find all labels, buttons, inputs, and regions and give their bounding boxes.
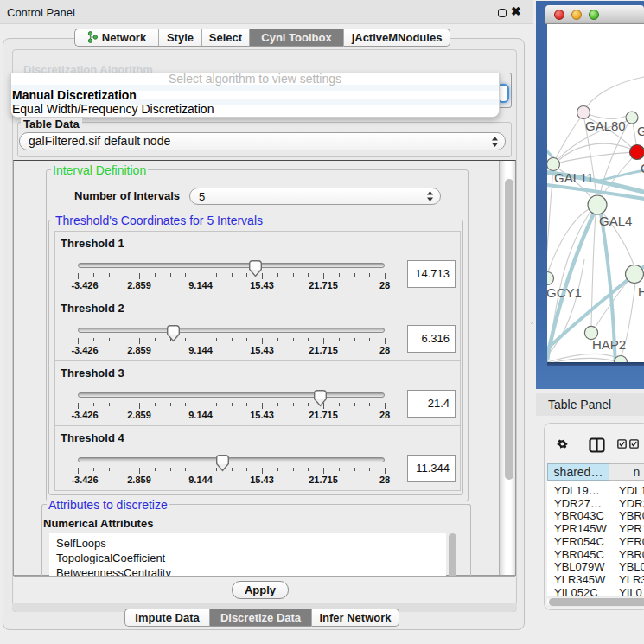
svg-text:GAL4: GAL4: [599, 214, 632, 228]
svg-text:GAL11: GAL11: [554, 170, 594, 185]
svg-text:HIS7: HIS7: [638, 284, 644, 299]
svg-text:CYC8: CYC8: [641, 161, 644, 175]
svg-text:GAL7: GAL7: [637, 124, 644, 138]
svg-text:GAL80: GAL80: [585, 118, 626, 133]
svg-text:GCY1: GCY1: [547, 285, 582, 300]
svg-text:HAP2: HAP2: [592, 337, 626, 352]
